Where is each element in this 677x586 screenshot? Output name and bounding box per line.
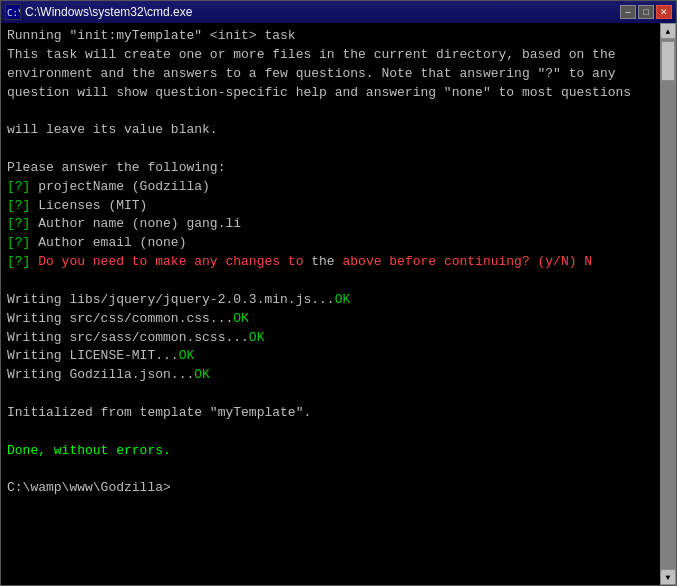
titlebar-buttons: – □ ✕ (620, 5, 672, 19)
terminal-line: Running "init:myTemplate" <init> task (7, 27, 654, 46)
scroll-up-button[interactable]: ▲ (660, 23, 676, 39)
titlebar-title: C:\Windows\system32\cmd.exe (25, 5, 192, 19)
terminal-line (7, 140, 654, 159)
terminal[interactable]: Running "init:myTemplate" <init> task Th… (1, 23, 660, 585)
terminal-line: [?] Licenses (MIT) (7, 197, 654, 216)
terminal-line: [?] Author name (none) gang.li (7, 215, 654, 234)
terminal-line (7, 272, 654, 291)
scroll-down-button[interactable]: ▼ (660, 569, 676, 585)
minimize-button[interactable]: – (620, 5, 636, 19)
terminal-line: Writing src/sass/common.scss...OK (7, 329, 654, 348)
scrollbar-thumb[interactable] (661, 41, 675, 81)
window: C:\ C:\Windows\system32\cmd.exe – □ ✕ Ru… (0, 0, 677, 586)
terminal-line: will leave its value blank. (7, 121, 654, 140)
terminal-line: Done, without errors. (7, 442, 654, 461)
scrollbar-track[interactable] (660, 39, 676, 569)
terminal-line: Writing src/css/common.css...OK (7, 310, 654, 329)
maximize-button[interactable]: □ (638, 5, 654, 19)
terminal-prompt-line: C:\wamp\www\Godzilla> (7, 479, 654, 498)
terminal-line: environment and the answers to a few que… (7, 65, 654, 84)
scrollbar[interactable]: ▲ ▼ (660, 23, 676, 585)
close-button[interactable]: ✕ (656, 5, 672, 19)
terminal-line: Writing LICENSE-MIT...OK (7, 347, 654, 366)
terminal-line: Writing libs/jquery/jquery-2.0.3.min.js.… (7, 291, 654, 310)
terminal-line: Initialized from template "myTemplate". (7, 404, 654, 423)
terminal-line: [?] Author email (none) (7, 234, 654, 253)
terminal-line (7, 102, 654, 121)
terminal-line: [?] projectName (Godzilla) (7, 178, 654, 197)
content-area: Running "init:myTemplate" <init> task Th… (1, 23, 676, 585)
terminal-line: This task will create one or more files … (7, 46, 654, 65)
terminal-line (7, 460, 654, 479)
svg-text:C:\: C:\ (7, 8, 20, 18)
terminal-line: Please answer the following: (7, 159, 654, 178)
terminal-line: question will show question-specific hel… (7, 84, 654, 103)
terminal-line (7, 423, 654, 442)
terminal-line (7, 385, 654, 404)
titlebar: C:\ C:\Windows\system32\cmd.exe – □ ✕ (1, 1, 676, 23)
titlebar-left: C:\ C:\Windows\system32\cmd.exe (5, 4, 192, 20)
terminal-line: [?] Do you need to make any changes to t… (7, 253, 654, 272)
cmd-icon: C:\ (5, 4, 21, 20)
terminal-line: Writing Godzilla.json...OK (7, 366, 654, 385)
